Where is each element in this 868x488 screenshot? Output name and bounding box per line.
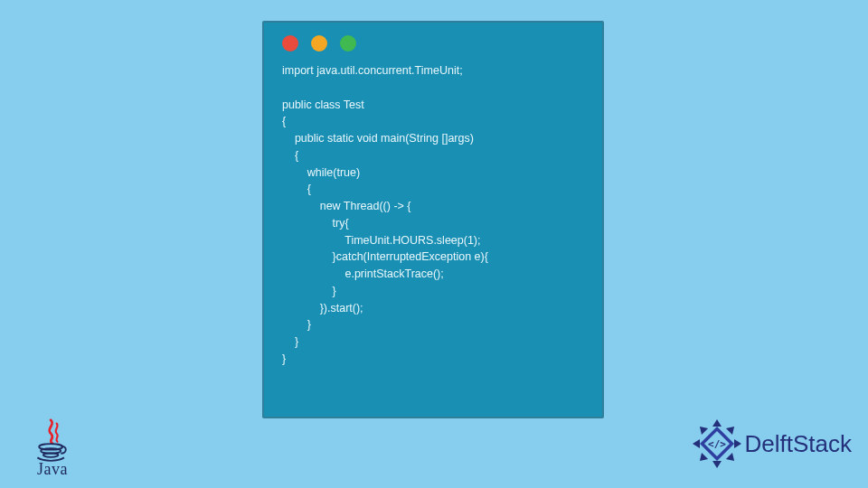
window-titlebar [264, 23, 602, 59]
code-window: import java.util.concurrent.TimeUnit; pu… [262, 21, 604, 418]
svg-point-2 [43, 453, 59, 456]
java-logo: Java [25, 418, 80, 479]
java-cup-icon [33, 418, 72, 462]
delftstack-label: DelftStack [745, 430, 853, 458]
svg-marker-10 [725, 453, 737, 465]
svg-marker-3 [712, 419, 722, 427]
svg-text:</>: </> [708, 438, 726, 450]
minimize-icon [311, 35, 327, 52]
svg-marker-6 [734, 439, 741, 448]
svg-marker-5 [693, 439, 700, 448]
svg-marker-4 [712, 461, 722, 468]
java-logo-label: Java [25, 460, 80, 479]
delftstack-badge-icon: </> [691, 418, 743, 470]
maximize-icon [340, 35, 356, 52]
svg-marker-7 [725, 423, 737, 435]
delftstack-logo: </> DelftStack [691, 418, 853, 470]
svg-marker-8 [696, 453, 708, 465]
svg-marker-9 [696, 423, 708, 435]
page: import java.util.concurrent.TimeUnit; pu… [0, 0, 868, 488]
close-icon [282, 35, 298, 52]
code-block: import java.util.concurrent.TimeUnit; pu… [264, 59, 602, 382]
